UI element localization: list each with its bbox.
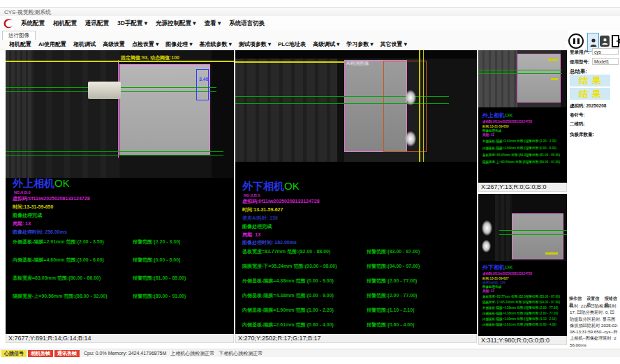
measure-green-line (478, 73, 562, 74)
window-title: CYS-视觉检测系统 (0, 7, 620, 16)
camera-panel-mini-bottom: 外下相机OK 虚拟码:0f11iw20250208133124728 时间:13… (478, 194, 567, 345)
measurement-value: 外侧基板-隔膜=4.38mm 范围:(0.00 - 9.00) (242, 278, 367, 285)
measure-green-line (6, 151, 223, 152)
bottom-status-bar: 心跳信号相机丢帧通讯丢帧 Cpu: 0.0% Memory: 3424.4179… (0, 349, 620, 357)
measurement-value: 基板宽度=83.05mm 范围:(80.00 - 86.00) (13, 275, 133, 282)
baseline-yellow-line (6, 61, 234, 62)
result-ok: OK (54, 177, 70, 189)
model-value[interactable]: Model1 (592, 58, 619, 65)
measurement-row: 隔膜宽度-上=90.56mm 范围:(88.00 - 92.00)报警范围:(8… (482, 160, 566, 164)
barcode-line: 虚拟码:0f11iw20250208133124728 (13, 195, 90, 202)
exit-button[interactable] (612, 34, 620, 48)
menu-item-3[interactable]: 3D手配置 ▾ (113, 20, 152, 28)
menu-item-1[interactable]: 相机配置 (49, 20, 81, 28)
measure-green-line (478, 70, 562, 70)
measurement-value: 隔膜宽度-上=90.56mm 范围:(88.00 - 92.00) (13, 293, 133, 300)
measurement-row: 外侧基板-隔膜=4.38mm 范围:(0.00 - 9.00)报警范围:(2.0… (482, 306, 566, 310)
machine-structure (235, 50, 477, 59)
measurement-alarm: 报警范围:(83.00 - 87.00) (367, 248, 420, 255)
measurement-alarm: 报警范围:(83.00 - 87.00) (526, 295, 560, 298)
menu-item-0[interactable]: 系统配置 (17, 20, 49, 28)
status-badge-2: 通讯丢帧 (54, 350, 80, 357)
tab-strip: 运行图像 (0, 31, 620, 40)
toolbar-item-5[interactable]: 图像处理 ▾ (162, 40, 195, 48)
measurement-value: 隔膜宽度-下=95.24mm 范围:(93.00 - 98.00) (242, 263, 367, 270)
toolbar-item-9[interactable]: 高级调试 ▾ (309, 40, 343, 48)
measurement-row: 基板宽度=83.77mm 范围:(82.00 - 88.00)报警范围:(83.… (242, 248, 475, 255)
menu-item-6[interactable]: 系统语言切换 (225, 20, 269, 28)
measurement-row: 基板宽度=83.77mm 范围:(82.00 - 88.00)报警范围:(83.… (482, 295, 566, 298)
measurement-row: 内侧基板-隔膜=2.61mm 范围:(0.60 - 4.00)报警范围:(0.6… (242, 321, 475, 328)
toolbar-item-10[interactable]: 学习参数 ▾ (343, 40, 376, 48)
measurement-alarm: 报警范围:(0.60 - 4.00) (526, 323, 556, 326)
overlay-label-mark (545, 252, 558, 255)
machine-structure (235, 59, 337, 162)
measurement-value: 内侧基板-隔膜=4.60mm 范围:(3.00 - 6.00) (482, 146, 526, 150)
measurement-value: 内侧基板-隔膜=2.61mm 范围:(0.60 - 4.00) (482, 323, 526, 326)
measurement-value: 外侧基板-隔膜=2.91mm 范围:(2.00 - 3.50) (482, 139, 526, 143)
measurement-alarm: 报警范围:(89.00 - 91.00) (526, 160, 560, 164)
mini-top-camera-image[interactable] (478, 50, 567, 107)
exit-door-icon (612, 35, 620, 47)
measurement-list: 基板宽度=83.77mm 范围:(82.00 - 88.00)报警范围:(83.… (482, 295, 566, 328)
measurement-alarm: 报警范围:(94.00 - 97.00) (526, 301, 560, 304)
menu-item-2[interactable]: 通讯配置 (81, 20, 113, 28)
roi-edge-line (118, 60, 119, 158)
measurement-alarm: 报警范围:(2.00 - 77.00) (526, 306, 559, 310)
result-ok: OK (505, 112, 513, 119)
camera-panel-mini-top: 外上相机OK 虚拟码:0f11iw20250208133124728 时间:13… (478, 50, 567, 192)
menu-item-5[interactable]: 查看 ▾ (200, 20, 226, 28)
measurement-value: 外侧基板-隔膜=2.91mm 范围:(2.00 - 3.50) (13, 238, 133, 245)
measurement-alarm: 报警范围:(2.20 - 3.30) (133, 238, 180, 245)
reflection-glint (405, 131, 416, 146)
measure-green-line (499, 230, 567, 231)
middle-camera-image[interactable]: AI检测图像 (235, 50, 477, 162)
user-manage-button[interactable] (600, 36, 610, 47)
measurement-value: 内侧基板-隔膜=4.38mm 范围:(0.00 - 9.00) (242, 292, 367, 299)
camera-result-title: 外下相机OK (482, 264, 513, 271)
toolbar-item-7[interactable]: 测试项参数 ▾ (235, 40, 274, 48)
process-time-line: 图像处理时间: 182.00ms (242, 239, 297, 246)
toolbar-item-6[interactable]: 基准线参数 ▾ (196, 40, 235, 48)
control-sidebar: 登录用户: cys 使用型号: Model1 总结果: 结果 结果 虚拟码: 2… (568, 31, 620, 357)
toolbar-item-1[interactable]: AI使用配置 (35, 40, 70, 48)
machine-structure (212, 50, 234, 178)
ai-time-line: 使用AI耗时: 156 (482, 281, 505, 285)
measurement-alarm: 报警范围:(1.10 - 2.10) (367, 307, 414, 314)
toolbar-item-0[interactable]: 相机配置 (6, 40, 35, 48)
machine-structure (6, 50, 34, 178)
toolbar-item-2[interactable]: 相机调试 (70, 40, 99, 48)
measurement-alarm: 报警范围:(0.00 - 8.00) (526, 146, 556, 150)
cpu-memory-readout: Cpu: 0.0% Memory: 3424.41796875M (84, 351, 166, 356)
measure-green-line (499, 234, 567, 235)
ai-image-label: AI检测图像 (346, 61, 369, 67)
menu-item-4[interactable]: 光源控制配置 ▾ (152, 20, 200, 28)
measurement-value: 内侧基板-隔膜=4.60mm 范围:(3.00 - 6.00) (13, 257, 133, 264)
process-done-line: 图像处理完成 (13, 212, 42, 219)
qr-code-label: 二维码: (570, 121, 585, 128)
time-line: 时间:13-31-59-650 (482, 125, 509, 128)
pause-button[interactable] (568, 33, 584, 49)
measurement-row: 隔膜宽度-上=90.56mm 范围:(88.00 - 92.00)报警范围:(8… (13, 293, 232, 300)
measurement-row: 外侧基板-隔膜=2.91mm 范围:(2.00 - 3.50)报警范围:(2.2… (482, 139, 566, 143)
measurement-value: 内侧基板-隔膜=1.90mm 范围:(1.00 - 2.20) (242, 307, 367, 314)
measurement-row: 基板宽度=83.05mm 范围:(80.00 - 86.00)报警范围:(81.… (13, 275, 232, 282)
left-camera-image[interactable]: 3.46 固定阈值:93, 动态阈值:100 (6, 50, 234, 178)
machine-structure (34, 50, 119, 178)
result-display-2: 结果 (570, 88, 610, 100)
toolbar-item-8[interactable]: PLC地址表 (274, 40, 309, 48)
tab-run-image[interactable]: 运行图像 (2, 31, 36, 40)
login-user-value[interactable]: cys (592, 48, 619, 55)
toolbar-item-3[interactable]: 高级设置 (99, 40, 128, 48)
camera-panel-outer-upper: 3.46 固定阈值:93, 动态阈值:100 外上相机OK NG:0,B:0 虚… (6, 50, 234, 343)
toolbar-item-11[interactable]: 其它设置 ▾ (377, 40, 411, 48)
ai-time-line: 使用AI耗时: 156 (242, 215, 278, 222)
toolbar-item-4[interactable]: 点检设置 ▾ (128, 40, 162, 48)
camera-sub-status: NG:0,B:0 (244, 193, 260, 197)
menu-bar: 系统配置相机配置通讯配置3D手配置 ▾光源控制配置 ▾查看 ▾系统语言切换 (0, 16, 620, 31)
reflection-glint (482, 220, 492, 236)
process-done-line: 图像处理完成 (482, 285, 501, 289)
measurement-alarm: 报警范围:(0.60 - 4.00) (367, 321, 414, 328)
overlay-label-mark (551, 78, 558, 80)
mini-bottom-camera-image[interactable] (478, 194, 567, 261)
